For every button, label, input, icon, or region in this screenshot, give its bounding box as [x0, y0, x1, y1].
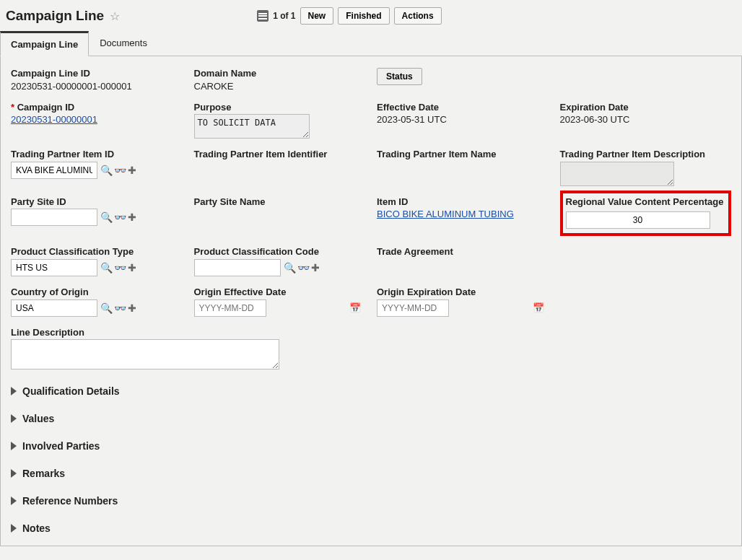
input-tp-item-id[interactable] — [11, 162, 97, 179]
label-domain-name: Domain Name — [194, 68, 366, 79]
label-campaign-id: Campaign ID — [11, 102, 183, 113]
section-title-remarks: Remarks — [22, 468, 65, 479]
field-trade-agreement: Trade Agreement — [377, 246, 549, 276]
section-values[interactable]: Values — [11, 413, 731, 424]
input-rvc[interactable] — [566, 211, 710, 229]
finished-button[interactable]: Finished — [338, 7, 389, 25]
header-toolbar: 1 of 1 New Finished Actions — [257, 7, 441, 25]
section-notes[interactable]: Notes — [11, 522, 731, 534]
field-rvc: Regional Value Content Percentage — [566, 196, 726, 229]
record-counter: 1 of 1 — [273, 11, 295, 21]
input-product-class-type[interactable] — [11, 259, 97, 276]
label-line-description: Line Description — [11, 327, 365, 338]
label-product-class-code: Product Classification Code — [194, 246, 366, 258]
label-party-site-id: Party Site ID — [11, 196, 183, 208]
tab-campaign-line[interactable]: Campaign Line — [0, 31, 89, 56]
label-country-of-origin: Country of Origin — [11, 286, 183, 298]
value-expiration-date: 2023-06-30 UTC — [560, 114, 732, 125]
input-product-class-code[interactable] — [194, 259, 281, 276]
add-icon[interactable]: ✚ — [311, 263, 320, 273]
label-product-class-type: Product Classification Type — [11, 246, 183, 258]
field-expiration-date: Expiration Date 2023-06-30 UTC — [560, 102, 732, 139]
search-icon[interactable]: 🔍 — [100, 263, 113, 273]
field-purpose: Purpose TO SOLICIT DATA — [194, 102, 366, 139]
lookup-icon[interactable]: 👓 — [114, 263, 126, 273]
status-button[interactable]: Status — [377, 68, 422, 85]
input-country-of-origin[interactable] — [11, 299, 97, 317]
search-icon[interactable]: 🔍 — [100, 303, 113, 313]
value-domain-name: CAROKE — [194, 81, 366, 92]
field-country-of-origin: Country of Origin 🔍 👓 ✚ — [11, 286, 183, 317]
input-line-description[interactable] — [11, 339, 279, 369]
caret-right-icon — [11, 524, 17, 533]
lookup-icon[interactable]: 👓 — [297, 263, 310, 273]
tab-bar: Campaign Line Documents — [0, 30, 742, 56]
field-line-description: Line Description — [11, 327, 365, 370]
field-product-class-type: Product Classification Type 🔍 👓 ✚ — [11, 246, 183, 276]
value-tp-item-description — [560, 162, 674, 186]
value-effective-date: 2023-05-31 UTC — [377, 114, 549, 125]
list-icon[interactable] — [257, 10, 269, 22]
section-title-reference-numbers: Reference Numbers — [22, 495, 118, 507]
link-item-id[interactable]: BICO BIKE ALUMINUM TUBING — [377, 209, 549, 219]
caret-right-icon — [11, 414, 17, 423]
page-header: Campaign Line ☆ 1 of 1 New Finished Acti… — [0, 0, 742, 27]
calendar-icon[interactable]: 📅 — [349, 302, 361, 313]
field-tp-item-identifier: Trading Partner Item Identifier — [194, 149, 366, 186]
section-reference-numbers[interactable]: Reference Numbers — [11, 495, 731, 507]
form-content: Campaign Line ID 20230531-00000001-00000… — [0, 56, 742, 546]
section-title-notes: Notes — [22, 522, 51, 534]
search-icon[interactable]: 🔍 — [100, 212, 113, 222]
calendar-icon[interactable]: 📅 — [533, 302, 544, 313]
search-icon[interactable]: 🔍 — [100, 165, 113, 175]
field-tp-item-description: Trading Partner Item Description — [560, 149, 732, 186]
label-purpose: Purpose — [194, 102, 366, 113]
input-party-site-id[interactable] — [11, 209, 97, 226]
field-party-site-id: Party Site ID 🔍 👓 ✚ — [11, 196, 183, 237]
section-involved-parties[interactable]: Involved Parties — [11, 440, 731, 452]
value-purpose[interactable]: TO SOLICIT DATA — [194, 114, 310, 139]
section-title-involved-parties: Involved Parties — [22, 440, 100, 452]
favorite-star-icon[interactable]: ☆ — [110, 9, 120, 23]
tab-documents[interactable]: Documents — [89, 31, 158, 56]
label-origin-expiration-date: Origin Expiration Date — [377, 286, 549, 298]
caret-right-icon — [11, 496, 17, 505]
lookup-icon[interactable]: 👓 — [114, 165, 126, 175]
new-button[interactable]: New — [300, 7, 334, 25]
lookup-icon[interactable]: 👓 — [114, 303, 126, 313]
field-product-class-code: Product Classification Code 🔍 👓 ✚ — [194, 246, 366, 276]
input-origin-effective-date[interactable] — [194, 299, 266, 317]
field-effective-date: Effective Date 2023-05-31 UTC — [377, 102, 549, 139]
field-domain-name: Domain Name CAROKE — [194, 68, 366, 92]
link-campaign-id[interactable]: 20230531-00000001 — [11, 114, 183, 125]
actions-button[interactable]: Actions — [394, 7, 442, 25]
search-icon[interactable]: 🔍 — [284, 263, 296, 273]
page-title: Campaign Line — [6, 8, 104, 24]
label-tp-item-id: Trading Partner Item ID — [11, 149, 183, 160]
label-origin-effective-date: Origin Effective Date — [194, 286, 366, 298]
add-icon[interactable]: ✚ — [128, 165, 136, 175]
add-icon[interactable]: ✚ — [128, 263, 136, 273]
add-icon[interactable]: ✚ — [128, 212, 136, 222]
lookup-icon[interactable]: 👓 — [114, 212, 126, 222]
label-tp-item-name: Trading Partner Item Name — [377, 149, 549, 160]
label-item-id: Item ID — [377, 196, 549, 208]
caret-right-icon — [11, 387, 17, 395]
label-campaign-line-id: Campaign Line ID — [11, 68, 183, 79]
input-origin-expiration-date[interactable] — [377, 299, 449, 317]
value-campaign-line-id: 20230531-00000001-000001 — [11, 81, 183, 92]
label-party-site-name: Party Site Name — [194, 196, 366, 208]
label-tp-item-description: Trading Partner Item Description — [560, 149, 732, 160]
caret-right-icon — [11, 469, 17, 478]
caret-right-icon — [11, 442, 17, 450]
label-tp-item-identifier: Trading Partner Item Identifier — [194, 149, 366, 160]
add-icon[interactable]: ✚ — [128, 303, 136, 313]
field-campaign-id: Campaign ID 20230531-00000001 — [11, 102, 183, 139]
section-remarks[interactable]: Remarks — [11, 468, 731, 479]
label-effective-date: Effective Date — [377, 102, 549, 113]
field-tp-item-name: Trading Partner Item Name — [377, 149, 549, 186]
field-tp-item-id: Trading Partner Item ID 🔍 👓 ✚ — [11, 149, 183, 186]
section-qualification-details[interactable]: Qualification Details — [11, 385, 731, 397]
field-status: Status — [377, 68, 549, 92]
label-trade-agreement: Trade Agreement — [377, 246, 549, 258]
